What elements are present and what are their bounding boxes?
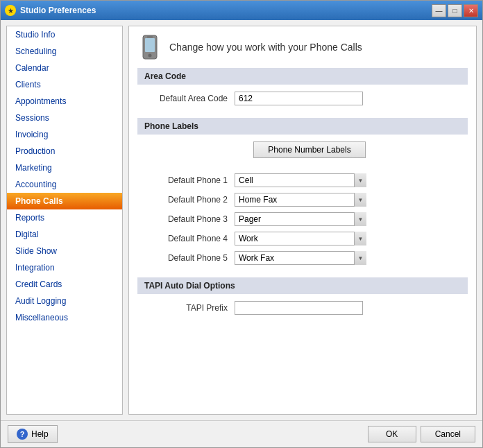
window-title: Studio Preferences [20,6,96,15]
sidebar-item-reports[interactable]: Reports [7,209,122,226]
main-window: ★ Studio Preferences — □ ✕ Studio Info S… [0,0,483,448]
cancel-button[interactable]: Cancel [421,426,475,442]
default-phone-1-dropdown-wrapper: Cell Home Home Fax Work Work Fax Pager ▼ [235,173,366,187]
window-icon: ★ [5,5,16,16]
default-phone-2-dropdown-wrapper: Cell Home Home Fax Work Work Fax Pager ▼ [235,193,366,207]
tapi-prefix-input[interactable] [235,301,363,315]
title-bar: ★ Studio Preferences — □ ✕ [1,1,482,20]
help-button[interactable]: ? Help [8,425,58,443]
default-phone-5-dropdown-wrapper: Cell Home Home Fax Work Work Fax Pager ▼ [235,251,366,265]
sidebar-item-credit-cards[interactable]: Credit Cards [7,276,122,293]
svg-point-2 [149,54,152,58]
tapi-prefix-row: TAPI Prefix [137,301,468,315]
sidebar-item-integration[interactable]: Integration [7,259,122,276]
default-phone-1-select[interactable]: Cell Home Home Fax Work Work Fax Pager [235,173,366,187]
sidebar-item-appointments[interactable]: Appointments [7,93,122,110]
svg-rect-3 [147,37,153,38]
sidebar-item-accounting[interactable]: Accounting [7,176,122,193]
default-area-code-row: Default Area Code [137,92,468,105]
sidebar: Studio Info Scheduling Calendar Clients … [6,26,123,415]
sidebar-item-marketing[interactable]: Marketing [7,160,122,176]
sidebar-item-digital[interactable]: Digital [7,226,122,243]
main-content: Change how you work with your Phone Call… [128,26,477,415]
tapi-prefix-label: TAPI Prefix [151,303,235,313]
title-bar-left: ★ Studio Preferences [5,5,96,16]
sidebar-item-clients[interactable]: Clients [7,76,122,93]
content-header: Change how you work with your Phone Call… [137,35,468,60]
sidebar-item-audit-logging[interactable]: Audit Logging [7,293,122,309]
content-header-text: Change how you work with your Phone Call… [169,42,362,53]
default-phone-2-row: Default Phone 2 Cell Home Home Fax Work … [137,193,468,207]
default-phone-5-label: Default Phone 5 [151,253,235,263]
help-icon: ? [17,429,28,440]
sidebar-item-production[interactable]: Production [7,143,122,160]
sidebar-item-calendar[interactable]: Calendar [7,60,122,76]
sidebar-item-phone-calls[interactable]: Phone Calls [7,193,122,209]
maximize-button[interactable]: □ [448,4,462,17]
default-phone-3-row: Default Phone 3 Cell Home Home Fax Work … [137,212,468,226]
default-phone-4-row: Default Phone 4 Cell Home Home Fax Work … [137,232,468,245]
sidebar-item-scheduling[interactable]: Scheduling [7,43,122,60]
default-phone-3-dropdown-wrapper: Cell Home Home Fax Work Work Fax Pager ▼ [235,212,366,226]
default-phone-4-label: Default Phone 4 [151,234,235,243]
close-button[interactable]: ✕ [464,4,478,17]
default-phone-3-label: Default Phone 3 [151,214,235,224]
phone-labels-section-header: Phone Labels [137,118,468,135]
area-code-section-header: Area Code [137,68,468,85]
footer: ? Help OK Cancel [1,420,482,447]
sidebar-item-miscellaneous[interactable]: Miscellaneous [7,309,122,326]
sidebar-item-slide-show[interactable]: Slide Show [7,243,122,259]
sidebar-item-sessions[interactable]: Sessions [7,110,122,126]
default-phone-1-label: Default Phone 1 [151,175,235,185]
window-body: Studio Info Scheduling Calendar Clients … [1,20,482,420]
svg-rect-1 [145,38,155,52]
default-area-code-label: Default Area Code [151,94,235,103]
phone-number-labels-button[interactable]: Phone Number Labels [253,141,365,158]
title-controls: — □ ✕ [432,4,478,17]
default-phone-3-select[interactable]: Cell Home Home Fax Work Work Fax Pager [235,212,366,226]
minimize-button[interactable]: — [432,4,446,17]
tapi-section-header: TAPI Auto Dial Options [137,277,468,294]
sidebar-item-invoicing[interactable]: Invoicing [7,126,122,143]
sidebar-item-studio-info[interactable]: Studio Info [7,26,122,43]
default-phone-2-label: Default Phone 2 [151,195,235,205]
phone-icon [137,35,162,60]
default-phone-4-dropdown-wrapper: Cell Home Home Fax Work Work Fax Pager ▼ [235,232,366,245]
phone-labels-button-row: Phone Number Labels [137,141,468,166]
default-phone-5-row: Default Phone 5 Cell Home Home Fax Work … [137,251,468,265]
footer-left: ? Help [8,425,364,443]
default-phone-4-select[interactable]: Cell Home Home Fax Work Work Fax Pager [235,232,366,245]
default-area-code-input[interactable] [235,92,363,105]
default-phone-2-select[interactable]: Cell Home Home Fax Work Work Fax Pager [235,193,366,207]
default-phone-1-row: Default Phone 1 Cell Home Home Fax Work … [137,173,468,187]
default-phone-5-select[interactable]: Cell Home Home Fax Work Work Fax Pager [235,251,366,265]
ok-button[interactable]: OK [368,426,416,442]
